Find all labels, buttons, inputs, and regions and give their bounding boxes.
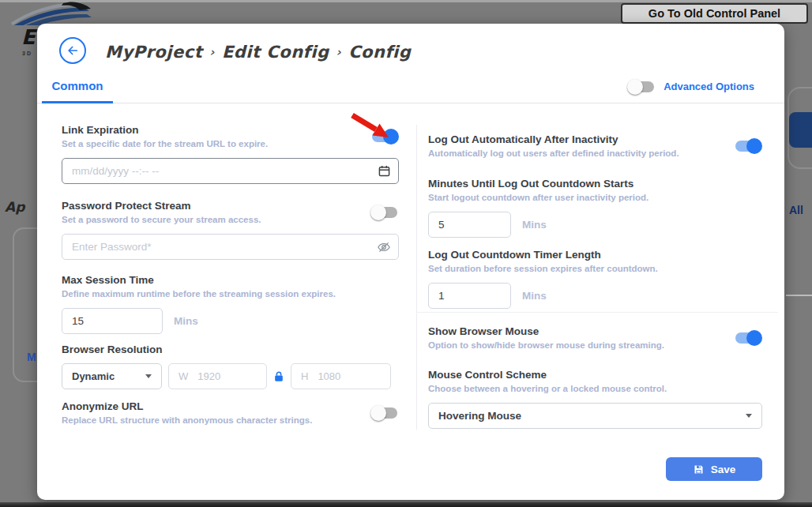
breadcrumb: MyProject › Edit Config › Config — [105, 40, 411, 64]
field-minutes-until: Minutes Until Log Out Countdown Starts S… — [428, 177, 762, 238]
field-browser-resolution: Browser Resolution Dynamic W 1920 H 1080 — [62, 343, 399, 389]
background-divider — [786, 295, 812, 296]
tab-common[interactable]: Common — [42, 69, 113, 103]
advanced-options-toggle[interactable] — [627, 79, 656, 95]
background-link-partial: M — [27, 351, 36, 363]
anonymize-url-label: Anonymize URL — [62, 400, 312, 413]
toggle-knob — [383, 129, 399, 145]
eye-off-icon[interactable] — [377, 240, 391, 257]
field-password-protect: Password Protect Stream Set a password t… — [62, 199, 399, 260]
browser-resolution-label: Browser Resolution — [62, 343, 399, 356]
show-mouse-toggle[interactable] — [734, 330, 762, 346]
bottom-edge-bar — [0, 502, 812, 507]
toggle-knob — [746, 330, 762, 346]
mouse-scheme-label: Mouse Control Scheme — [428, 368, 762, 381]
advanced-options-group: Advanced Options — [627, 69, 754, 103]
countdown-length-desc: Set duration before session expires afte… — [428, 263, 762, 275]
password-protect-label: Password Protect Stream — [62, 199, 261, 212]
field-mouse-scheme: Mouse Control Scheme Choose between a ho… — [428, 368, 762, 429]
calendar-icon[interactable] — [378, 165, 390, 180]
resolution-mode-select[interactable]: Dynamic — [62, 363, 162, 389]
background-button-partial — [789, 112, 812, 148]
height-value: 1080 — [318, 370, 340, 382]
logout-auto-toggle[interactable] — [734, 138, 762, 154]
height-prefix: H — [301, 370, 308, 382]
countdown-length-label: Log Out Countdown Timer Length — [428, 248, 762, 261]
mouse-scheme-select[interactable]: Hovering Mouse — [428, 403, 762, 429]
toggle-knob — [746, 138, 762, 154]
advanced-options-label: Advanced Options — [664, 81, 754, 92]
minutes-until-unit: Mins — [522, 219, 547, 231]
width-value: 1920 — [197, 370, 220, 382]
field-max-session: Max Session Time Define maximum runtime … — [62, 273, 399, 334]
width-prefix: W — [179, 370, 188, 382]
logo-subtext: 3D — [22, 51, 32, 56]
link-expiration-desc: Set a specific date for the stream URL t… — [62, 138, 268, 150]
save-label: Save — [711, 464, 736, 475]
show-mouse-desc: Option to show/hide browser mouse during… — [428, 340, 664, 351]
chevron-down-icon — [145, 374, 152, 378]
field-show-mouse: Show Browser Mouse Option to show/hide b… — [428, 325, 762, 351]
field-anonymize-url: Anonymize URL Replace URL structure with… — [62, 400, 399, 426]
toggle-knob — [370, 405, 386, 421]
background-view-all-link: All — [789, 204, 803, 216]
screen: E 3D Go To Old Control Panel Ap M All My… — [0, 0, 812, 507]
resolution-height-input[interactable]: H 1080 — [291, 363, 391, 389]
link-expiration-toggle[interactable] — [370, 129, 399, 145]
lock-icon — [273, 370, 284, 382]
field-link-expiration: Link Expiration Set a specific date for … — [62, 123, 399, 184]
chevron-down-icon — [746, 414, 752, 418]
anonymize-url-toggle[interactable] — [370, 405, 399, 421]
breadcrumb-separator: › — [336, 45, 341, 59]
password-protect-desc: Set a password to secure your stream acc… — [62, 214, 261, 226]
logo-text: E — [21, 25, 36, 49]
countdown-length-unit: Mins — [522, 290, 547, 302]
background-heading-partial: Ap — [5, 199, 24, 215]
logout-auto-label: Log Out Automatically After Inactivity — [428, 133, 679, 146]
save-icon — [693, 464, 705, 475]
column-divider — [416, 125, 417, 430]
go-to-old-control-panel-button[interactable]: Go To Old Control Panel — [621, 3, 808, 24]
show-mouse-label: Show Browser Mouse — [428, 325, 664, 338]
top-edge-line — [0, 0, 812, 2]
breadcrumb-config: Config — [348, 43, 411, 62]
section-divider — [416, 312, 778, 313]
toggle-knob — [370, 205, 386, 220]
breadcrumb-project[interactable]: MyProject — [105, 43, 202, 62]
field-logout-auto: Log Out Automatically After Inactivity A… — [428, 133, 762, 160]
resolution-width-input[interactable]: W 1920 — [168, 363, 267, 389]
countdown-length-input[interactable] — [428, 283, 511, 309]
link-expiration-label: Link Expiration — [62, 123, 268, 137]
password-input[interactable] — [62, 234, 399, 260]
max-session-desc: Define maximum runtime before the stream… — [62, 288, 399, 300]
toggle-knob — [627, 79, 643, 95]
edit-config-dialog: MyProject › Edit Config › Config Common … — [37, 24, 784, 500]
max-session-label: Max Session Time — [62, 273, 399, 287]
breadcrumb-edit-config[interactable]: Edit Config — [222, 43, 329, 62]
logo-eagle-icon — [11, 2, 93, 25]
mouse-scheme-value: Hovering Mouse — [438, 410, 521, 422]
anonymize-url-desc: Replace URL structure with anonymous cha… — [62, 415, 312, 426]
minutes-until-desc: Start logout countdown after user inacti… — [428, 192, 762, 204]
back-button[interactable] — [59, 37, 86, 64]
resolution-mode-value: Dynamic — [72, 370, 115, 382]
save-button[interactable]: Save — [666, 457, 762, 481]
field-countdown-length: Log Out Countdown Timer Length Set durat… — [428, 248, 762, 309]
mouse-scheme-desc: Choose between a hovering or a locked mo… — [428, 383, 762, 395]
back-arrow-icon — [66, 43, 80, 58]
tab-bar: Common Advanced Options — [37, 69, 784, 103]
logout-auto-desc: Automatically log out users after define… — [428, 148, 679, 160]
max-session-unit: Mins — [174, 315, 198, 327]
breadcrumb-separator: › — [209, 45, 215, 59]
max-session-input[interactable] — [62, 308, 163, 334]
password-protect-toggle[interactable] — [370, 205, 399, 220]
minutes-until-input[interactable] — [428, 212, 511, 238]
minutes-until-label: Minutes Until Log Out Countdown Starts — [428, 177, 762, 190]
link-expiration-date-input[interactable] — [62, 158, 399, 184]
